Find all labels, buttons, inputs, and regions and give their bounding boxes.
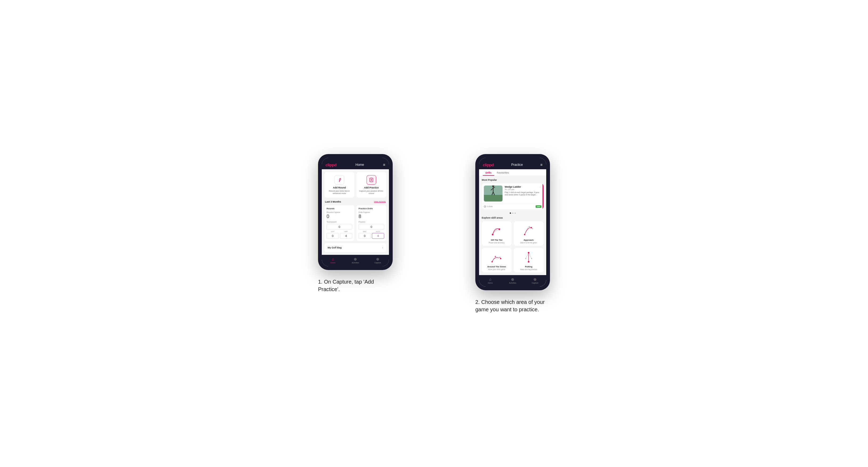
golfer-silhouette <box>489 186 497 196</box>
shots-label: 9 shots <box>484 206 493 208</box>
skill-card-putting[interactable]: Putting Make and lag practice <box>514 248 544 272</box>
practice-scroll: Most Popular ☆ <box>479 176 546 275</box>
practice-drills-title: Practice Drills <box>359 207 384 210</box>
most-popular-title: Most Popular <box>482 179 544 181</box>
putt-label: PUTT <box>372 231 384 232</box>
tab-drills[interactable]: Drills <box>483 169 494 176</box>
activities-nav-icon: ⊕ <box>354 257 357 261</box>
nav-home-1[interactable]: ⌂ Home <box>322 257 344 263</box>
menu-icon-2[interactable]: ≡ <box>540 163 542 167</box>
approach-desc: Dial-in to hit the green <box>520 242 537 244</box>
stats-header: Last 3 Months View Activity <box>324 200 386 203</box>
svg-point-25 <box>531 258 532 259</box>
svg-point-11 <box>492 234 493 236</box>
practice-label: Practice <box>359 221 384 223</box>
svg-point-16 <box>500 258 501 259</box>
nav-capture-2[interactable]: ⊕ Capture <box>524 277 546 284</box>
app-label-r: APP <box>340 231 352 232</box>
ott-name: Off The Tee <box>491 239 502 241</box>
star-icon[interactable]: ☆ <box>539 186 541 188</box>
practice-value: 0 <box>359 224 384 230</box>
home-content: Add Round Record your shots fast or enha… <box>322 169 389 255</box>
svg-point-0 <box>339 181 340 182</box>
caption-2: 2. Choose which area of your game you wa… <box>475 298 550 313</box>
putt-svg <box>522 251 535 264</box>
add-round-card[interactable]: Add Round Record your shots fast or enha… <box>324 172 354 198</box>
menu-icon-1[interactable]: ≡ <box>383 163 385 167</box>
approach-svg <box>522 224 535 237</box>
quick-actions: Add Round Record your shots fast or enha… <box>324 172 386 198</box>
svg-point-13 <box>524 234 525 235</box>
tab-favourites[interactable]: Favourites <box>494 169 512 176</box>
practice-icon <box>369 177 374 183</box>
approach-name: Approach <box>524 239 533 241</box>
clippd-logo-2: clippd <box>483 163 494 167</box>
nav-activities-1[interactable]: ⊕ Activities <box>344 257 367 263</box>
svg-point-12 <box>531 227 532 228</box>
svg-point-24 <box>525 258 526 259</box>
practice-title: Practice <box>511 163 523 166</box>
svg-point-3 <box>492 186 494 187</box>
add-round-icon-wrap <box>335 175 344 185</box>
add-round-desc: Record your shots fast or enhanced mode <box>327 190 352 195</box>
practice-drills-box: Practice Drills Drills Capture 8 Practic… <box>356 205 386 241</box>
featured-desc: Play 1 shot at each target yardage. If y… <box>505 191 541 196</box>
svg-point-10 <box>498 228 500 230</box>
add-practice-icon-wrap <box>367 175 376 185</box>
capture-nav-icon-2: ⊕ <box>533 277 537 281</box>
bottom-nav-1: ⌂ Home ⊕ Activities ⊕ Capture <box>322 255 389 266</box>
add-practice-card[interactable]: Add Practice Capture your practice off-t… <box>356 172 386 198</box>
phone2-section: clippd Practice ≡ Drills Favourites Most… <box>445 154 581 313</box>
nav-capture-1[interactable]: ⊕ Capture <box>367 257 389 263</box>
arg-value: 0 <box>359 233 371 239</box>
explore-title: Explore skill areas <box>482 216 544 219</box>
activities-nav-icon-2: ⊕ <box>511 277 514 281</box>
putt-value: 4 <box>372 233 384 239</box>
arg-label: ARG <box>359 231 371 232</box>
capture-nav-label: Capture <box>375 262 381 263</box>
add-practice-desc: Capture your practice off-the-course <box>359 190 384 195</box>
svg-point-17 <box>492 261 493 262</box>
svg-point-14 <box>529 226 530 227</box>
svg-point-23 <box>528 252 529 253</box>
phone2-screen: clippd Practice ≡ Drills Favourites Most… <box>479 158 546 286</box>
clippd-logo-1: clippd <box>326 163 336 167</box>
atg-desc: Hone your short game <box>488 269 505 270</box>
featured-card[interactable]: ☆ <box>482 183 544 209</box>
view-activity-link[interactable]: View Activity <box>374 200 386 203</box>
featured-info: Wedge Ladder 50–100 yds Play 1 shot at e… <box>505 186 541 201</box>
home-nav-icon: ⌂ <box>332 257 334 261</box>
app-header-2: clippd Practice ≡ <box>479 160 546 169</box>
stats-grid: Rounds Rounds Capture 0 Tournament 0 <box>324 205 386 241</box>
dot-3 <box>515 213 516 214</box>
rounds-box: Rounds Rounds Capture 0 Tournament 0 <box>324 205 354 241</box>
capture-nav-icon: ⊕ <box>376 257 379 261</box>
nav-activities-2[interactable]: ⊕ Activities <box>501 277 524 284</box>
add-practice-title: Add Practice <box>364 186 378 189</box>
app-header-1: clippd Home ≡ <box>322 160 389 169</box>
featured-yds: 50–100 yds <box>505 188 541 190</box>
svg-line-8 <box>493 192 495 195</box>
skill-card-ott[interactable]: Off The Tee Power and accuracy <box>482 221 512 246</box>
tournament-value: 0 <box>327 224 352 230</box>
svg-line-5 <box>491 188 493 190</box>
featured-name: Wedge Ladder <box>505 186 541 188</box>
activities-nav-label-2: Activities <box>509 282 516 284</box>
tabs-bar: Drills Favourites <box>479 169 546 176</box>
status-bar-2 <box>479 158 546 160</box>
rounds-capture-value: 0 <box>327 214 352 219</box>
skill-card-atg[interactable]: Around The Green Hone your short game <box>482 248 512 272</box>
app-value-r: 4 <box>340 233 352 239</box>
golf-bag-row[interactable]: My Golf Bag › <box>324 243 386 252</box>
nav-home-2[interactable]: ⌂ Home <box>479 277 501 284</box>
golf-bag-label: My Golf Bag <box>328 246 342 249</box>
rounds-capture-label: Rounds Capture <box>327 211 352 213</box>
skill-card-approach[interactable]: Approach Dial-in to hit the green <box>514 221 544 246</box>
phone1-shell: clippd Home ≡ <box>318 154 393 270</box>
svg-line-20 <box>526 253 529 258</box>
bottom-nav-2: ⌂ Home ⊕ Activities ⊕ Capture <box>479 275 546 286</box>
card-footer: 9 shots APP <box>482 204 544 209</box>
drills-capture-value: 8 <box>359 214 384 219</box>
clock-icon <box>484 206 486 208</box>
home-title: Home <box>355 163 364 166</box>
